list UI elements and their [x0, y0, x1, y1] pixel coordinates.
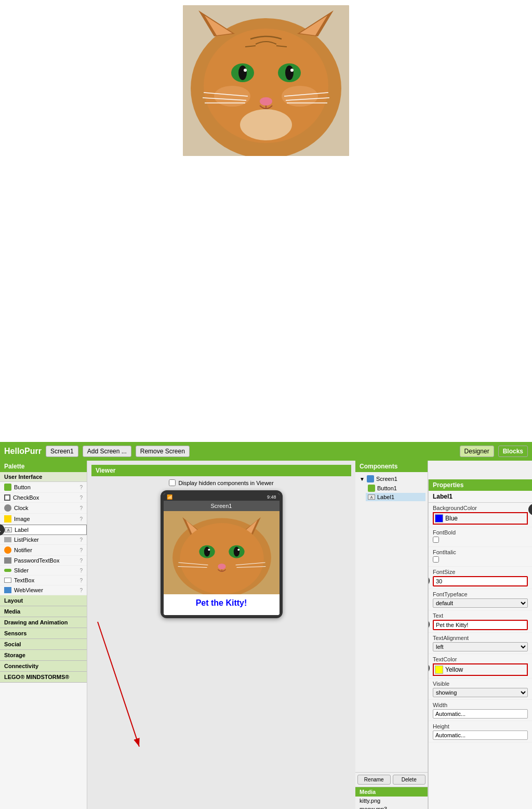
- listpicker-question[interactable]: ?: [79, 537, 83, 543]
- checkbox-question[interactable]: ?: [79, 495, 83, 501]
- prop-fontsize-label: FontSize: [433, 569, 528, 575]
- password-icon: [4, 557, 11, 564]
- svg-point-36: [237, 549, 240, 551]
- delete-button[interactable]: Delete: [393, 775, 426, 785]
- palette-panel: Palette User Interface Button ? CheckBox…: [0, 461, 87, 809]
- add-screen-button[interactable]: Add Screen ...: [83, 446, 131, 457]
- component-screen1[interactable]: ▼ Screen1: [357, 474, 425, 484]
- prop-textcolor-value: Yellow: [435, 666, 526, 674]
- prop-fontsize: FontSize 3: [429, 567, 532, 589]
- width-input[interactable]: [433, 709, 528, 719]
- label1-label: Label1: [377, 494, 394, 500]
- palette-item-clock[interactable]: Clock ?: [0, 503, 87, 514]
- prop-fontbold-label: FontBold: [433, 529, 528, 536]
- palette-header: Palette: [0, 461, 87, 472]
- svg-point-23: [240, 109, 292, 140]
- connectivity-section[interactable]: Connectivity: [0, 661, 87, 672]
- bubble-2: 2: [428, 619, 430, 630]
- palette-item-listpicker[interactable]: ListPicker ?: [0, 535, 87, 545]
- slider-icon: [4, 569, 11, 572]
- svg-line-44: [98, 622, 139, 747]
- prop-textcolor-field[interactable]: Yellow: [433, 663, 528, 676]
- palette-item-button[interactable]: Button ?: [0, 482, 87, 493]
- prop-background-color: BackgroundColor Blue: [429, 503, 532, 527]
- social-section[interactable]: Social: [0, 639, 87, 650]
- svg-point-10: [285, 66, 294, 80]
- designer-button[interactable]: Designer: [460, 446, 494, 457]
- listpicker-icon: [4, 537, 11, 542]
- media-meow: meow.mp3: [355, 805, 428, 809]
- text-input[interactable]: [433, 620, 528, 630]
- palette-item-passwordtextbox[interactable]: PasswordTextBox ?: [0, 556, 87, 566]
- user-interface-section[interactable]: User Interface: [0, 472, 87, 482]
- sensors-section[interactable]: Sensors: [0, 628, 87, 639]
- prop-fontitalic-label: FontItalic: [433, 549, 528, 555]
- storage-section[interactable]: Storage: [0, 650, 87, 661]
- textalignment-select[interactable]: left center right: [433, 642, 528, 651]
- webviewer-question[interactable]: ?: [79, 588, 83, 593]
- fontsize-input[interactable]: [433, 576, 528, 586]
- button-question[interactable]: ?: [79, 485, 83, 490]
- palette-item-button-label: Button: [14, 484, 77, 490]
- layout-section[interactable]: Layout: [0, 595, 87, 606]
- svg-point-9: [238, 66, 247, 80]
- phone-screen: 📶 9:48 Screen1: [164, 493, 280, 615]
- screen-title-bar: 📶: [167, 494, 172, 500]
- palette-item-checkbox-label: CheckBox: [13, 494, 77, 501]
- remove-screen-button[interactable]: Remove Screen: [136, 446, 190, 457]
- label-icon: A: [5, 527, 12, 532]
- lego-section[interactable]: LEGO® MINDSTORMS®: [0, 672, 87, 683]
- prop-visible-label: Visible: [433, 681, 528, 687]
- screen1-label: Screen1: [376, 476, 397, 482]
- slider-question[interactable]: ?: [79, 568, 83, 573]
- notifier-question[interactable]: ?: [79, 547, 83, 553]
- storage-section-label: Storage: [4, 652, 25, 658]
- palette-item-listpicker-label: ListPicker: [14, 537, 77, 543]
- fontbold-checkbox[interactable]: [433, 537, 439, 543]
- sensors-section-label: Sensors: [4, 630, 26, 636]
- palette-item-image-label: Image: [14, 516, 77, 522]
- palette-item-clock-label: Clock: [14, 505, 77, 511]
- component-label1[interactable]: A Label1: [366, 493, 425, 501]
- prop-height-label: Height: [433, 723, 528, 729]
- media-section[interactable]: Media: [0, 606, 87, 617]
- palette-item-label[interactable]: A Label 1: [0, 525, 87, 535]
- show-hidden-checkbox[interactable]: [169, 479, 176, 486]
- palette-item-textbox[interactable]: TextBox ?: [0, 576, 87, 585]
- prop-background-color-field[interactable]: Blue: [433, 512, 528, 525]
- phone-screen-title: Screen1: [211, 503, 232, 509]
- properties-header: Properties: [429, 479, 532, 491]
- prop-background-color-label: BackgroundColor: [433, 505, 528, 511]
- palette-item-slider-label: Slider: [14, 567, 77, 573]
- passwordtextbox-question[interactable]: ?: [79, 558, 83, 564]
- fonttypeface-select[interactable]: default serif sans serif monospace: [433, 598, 528, 608]
- prop-width: Width: [429, 700, 532, 721]
- palette-item-webviewer[interactable]: WebViewer ?: [0, 585, 87, 595]
- prop-textalignment-label: TextAlignment: [433, 635, 528, 641]
- palette-item-notifier[interactable]: Notifier ?: [0, 545, 87, 556]
- phone-content: Pet the Kitty!: [164, 511, 280, 615]
- textbox-question[interactable]: ?: [79, 578, 83, 583]
- prop-fonttypeface: FontTypeface default serif sans serif mo…: [429, 589, 532, 610]
- palette-item-checkbox[interactable]: CheckBox ?: [0, 493, 87, 503]
- phone-frame: 📶 9:48 Screen1: [161, 490, 283, 618]
- prop-visible: Visible showing hidden: [429, 678, 532, 700]
- svg-point-34: [233, 547, 239, 557]
- prop-text: Text 2: [429, 610, 532, 633]
- palette-item-textbox-label: TextBox: [14, 577, 77, 583]
- clock-question[interactable]: ?: [79, 505, 83, 511]
- height-input[interactable]: [433, 730, 528, 740]
- image-question[interactable]: ?: [79, 516, 83, 522]
- viewer-header: Viewer: [91, 465, 351, 476]
- drawing-animation-section[interactable]: Drawing and Animation: [0, 617, 87, 628]
- visible-select[interactable]: showing hidden: [433, 688, 528, 697]
- palette-item-image[interactable]: Image ?: [0, 514, 87, 525]
- rename-button[interactable]: Rename: [357, 775, 391, 785]
- screen1-dropdown[interactable]: Screen1: [46, 446, 78, 457]
- app-title: HelloPurr: [4, 447, 42, 456]
- blocks-button[interactable]: Blocks: [498, 446, 528, 457]
- connectivity-section-label: Connectivity: [4, 663, 38, 669]
- component-button1[interactable]: Button1: [366, 484, 425, 493]
- fontitalic-checkbox[interactable]: [433, 556, 439, 563]
- palette-item-slider[interactable]: Slider ?: [0, 566, 87, 576]
